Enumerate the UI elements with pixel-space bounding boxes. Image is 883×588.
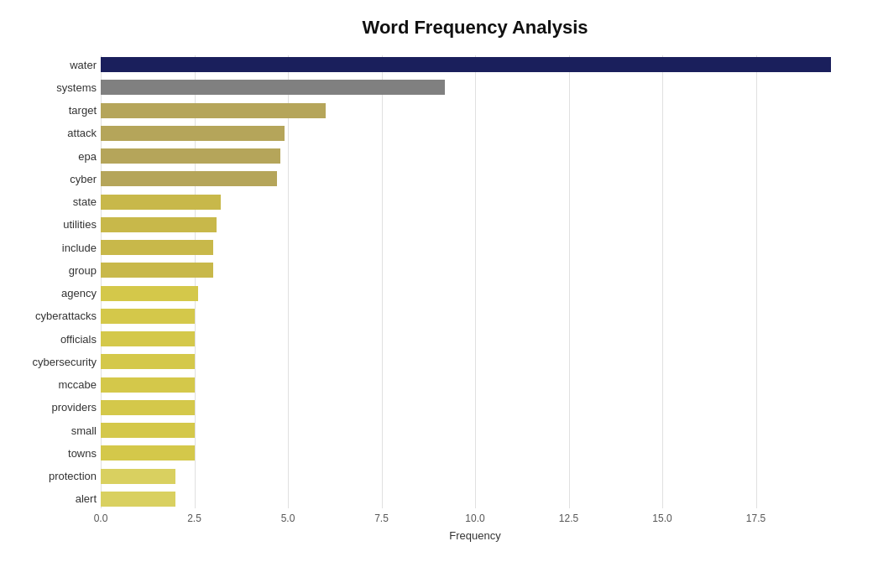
- bar-row: mccabe: [101, 376, 849, 394]
- x-tick-label: 5.0: [281, 513, 295, 524]
- bar: [101, 469, 175, 484]
- bar-row: epa: [101, 147, 849, 165]
- bar-label: cyberattacks: [4, 310, 97, 322]
- bar-row: towns: [101, 444, 849, 462]
- bar-row: state: [101, 193, 849, 211]
- bar: [101, 103, 326, 118]
- bar-row: target: [101, 101, 849, 120]
- bar-row: providers: [101, 398, 849, 417]
- bar-label: agency: [4, 287, 97, 299]
- bar: [101, 80, 445, 95]
- bar: [101, 423, 195, 438]
- bar-row: officials: [101, 330, 849, 348]
- bar: [101, 171, 277, 186]
- bar-label: epa: [4, 150, 97, 163]
- x-axis: Frequency 0.02.55.07.510.012.515.017.5: [101, 508, 849, 542]
- bar-row: systems: [101, 78, 849, 96]
- x-tick-label: 17.5: [746, 513, 765, 524]
- x-tick-label: 7.5: [374, 513, 389, 524]
- bar: [101, 400, 195, 415]
- bar: [101, 240, 213, 255]
- bar: [101, 354, 195, 369]
- bar: [101, 492, 175, 507]
- x-tick-label: 10.0: [465, 513, 484, 524]
- bar-row: alert: [101, 490, 849, 508]
- bar-label: cyber: [4, 173, 97, 185]
- bar-row: small: [101, 421, 849, 440]
- bar-label: group: [4, 264, 97, 277]
- x-tick-label: 0.0: [94, 513, 108, 524]
- bar-label: water: [4, 59, 97, 71]
- bar-label: mccabe: [4, 378, 97, 391]
- chart-area: watersystemstargetattackepacyberstateuti…: [101, 55, 849, 542]
- bars-container: watersystemstargetattackepacyberstateuti…: [101, 55, 849, 508]
- bar-row: group: [101, 261, 849, 279]
- bar-label: include: [4, 242, 97, 254]
- bar-row: attack: [101, 124, 849, 143]
- x-axis-label: Frequency: [101, 529, 849, 542]
- bar-label: officials: [4, 333, 97, 346]
- bar: [101, 195, 221, 210]
- bar-label: systems: [4, 81, 97, 94]
- bar: [101, 331, 195, 346]
- bar: [101, 57, 831, 72]
- bar: [101, 377, 195, 393]
- bar-label: target: [4, 104, 97, 117]
- bar: [101, 263, 213, 278]
- bar-row: cyber: [101, 169, 849, 188]
- chart-container: Word Frequency Analysis watersystemstarg…: [0, 0, 883, 588]
- bar-label: attack: [4, 127, 97, 139]
- bar-label: small: [4, 424, 97, 437]
- bar-label: state: [4, 195, 97, 208]
- bar-label: providers: [4, 401, 97, 414]
- bar-label: towns: [4, 447, 97, 460]
- bar-label: alert: [4, 492, 97, 505]
- bar-row: water: [101, 55, 849, 74]
- bar-row: include: [101, 238, 849, 257]
- x-tick-label: 2.5: [187, 513, 201, 524]
- bar-row: cybersecurity: [101, 352, 849, 371]
- bar: [101, 445, 195, 461]
- bar-label: utilities: [4, 218, 97, 231]
- bar: [101, 286, 198, 301]
- bar: [101, 309, 195, 324]
- bar-row: agency: [101, 284, 849, 303]
- chart-title: Word Frequency Analysis: [101, 17, 849, 39]
- x-tick-label: 12.5: [559, 513, 578, 524]
- bar: [101, 148, 280, 164]
- bar: [101, 126, 285, 141]
- bar-row: utilities: [101, 216, 849, 234]
- bar-label: cybersecurity: [4, 356, 97, 368]
- bar-row: protection: [101, 467, 849, 486]
- bar-row: cyberattacks: [101, 307, 849, 325]
- bar: [101, 217, 217, 232]
- x-tick-label: 15.0: [652, 513, 671, 524]
- bar-label: protection: [4, 470, 97, 482]
